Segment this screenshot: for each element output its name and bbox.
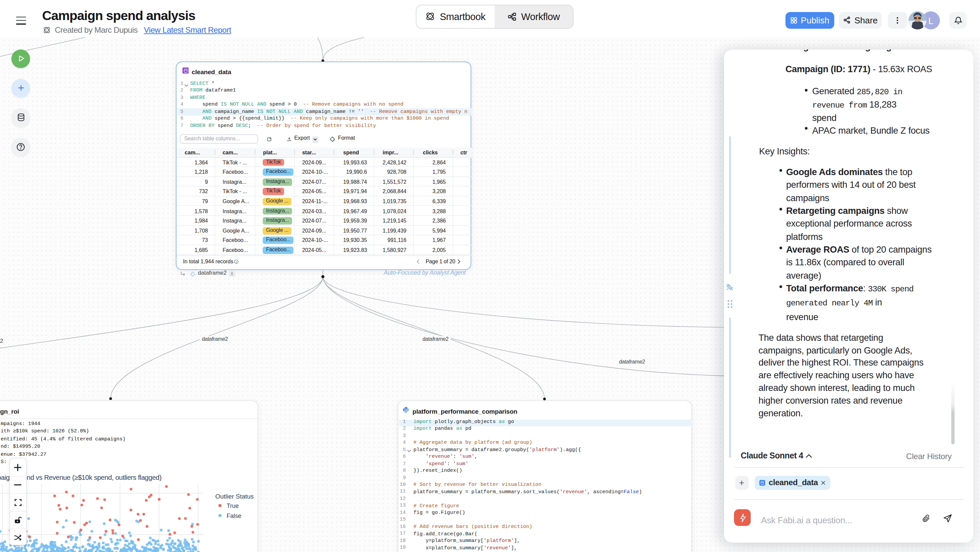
svg-text:False: False <box>227 512 241 519</box>
svg-text:Outlier Status: Outlier Status <box>215 493 254 500</box>
svg-text:True: True <box>227 503 239 509</box>
